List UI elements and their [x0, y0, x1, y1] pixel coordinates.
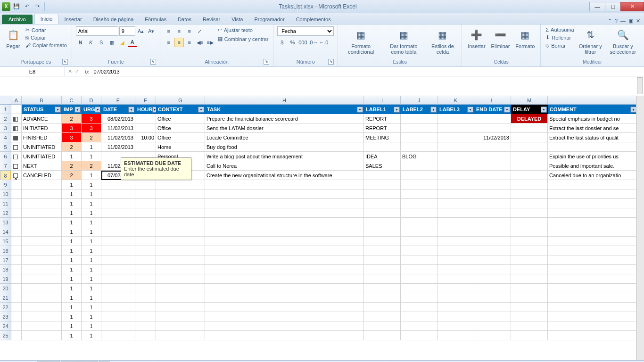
conditional-format-button[interactable]: ▦Formato condicional [342, 26, 380, 56]
row-header-20[interactable]: 20 [0, 284, 11, 293]
decimal-increase-button[interactable]: .0→ [308, 38, 318, 47]
col-header-G[interactable]: G [156, 96, 205, 105]
cell-styles-button[interactable]: ▦Estilos de celda [428, 26, 458, 56]
tab-vista[interactable]: Vista [226, 15, 248, 24]
col-header-E[interactable]: E [101, 96, 135, 105]
tab-insertar[interactable]: Insertar [58, 15, 87, 24]
table-header-imp[interactable]: IMP▼ [62, 105, 82, 114]
table-header-delay[interactable]: DELAY▼ [511, 105, 548, 114]
cut-button[interactable]: ✂Cortar [25, 26, 68, 33]
align-bottom-button[interactable]: ≡ [185, 26, 194, 36]
row-header-3[interactable]: 3 [0, 123, 11, 133]
shrink-font-button[interactable]: A▾ [147, 26, 156, 36]
row-header-9[interactable]: 9 [0, 180, 11, 189]
percent-button[interactable]: % [288, 38, 297, 47]
font-dialog-launcher[interactable]: ⬊ [150, 59, 156, 65]
copy-button[interactable]: ⎘Copiar [25, 34, 68, 41]
minimize-button[interactable]: — [589, 2, 605, 11]
align-left-button[interactable]: ≡ [164, 38, 173, 47]
table-header-end date[interactable]: END DATE▼ [474, 105, 511, 114]
bold-button[interactable]: N [76, 38, 85, 47]
comma-button[interactable]: 000 [298, 38, 307, 47]
row-header-25[interactable]: 25 [0, 331, 11, 340]
table-header-label2[interactable]: LABEL2▼ [401, 105, 438, 114]
redo-button[interactable]: ↷ [33, 2, 41, 11]
insert-button[interactable]: ➕Insertar [466, 26, 487, 50]
row-header-7[interactable]: 7 [0, 161, 11, 171]
table-header-comment[interactable]: COMMENT▼ [548, 105, 637, 114]
align-right-button[interactable]: ≡ [185, 38, 194, 47]
window-restore-icon[interactable]: ▣ [628, 18, 633, 24]
table-header-urg[interactable]: URG▼ [82, 105, 101, 114]
row-header-1[interactable]: 1 [0, 105, 11, 114]
align-center-button[interactable]: ≡ [174, 38, 184, 47]
fx-icon[interactable]: fx [82, 69, 92, 74]
table-header-label3[interactable]: LABEL3▼ [438, 105, 474, 114]
row-header-15[interactable]: 15 [0, 237, 11, 246]
clipboard-dialog-launcher[interactable]: ⬊ [62, 59, 68, 65]
font-size-input[interactable] [119, 26, 135, 36]
row-header-12[interactable]: 12 [0, 208, 11, 218]
col-header-H[interactable]: H [205, 96, 364, 105]
vertical-scrollbar[interactable] [636, 96, 644, 360]
row-header-22[interactable]: 22 [0, 303, 11, 312]
delete-button[interactable]: ➖Eliminar [489, 26, 512, 50]
col-header-F[interactable]: F [135, 96, 156, 105]
cancel-formula-icon[interactable]: ✕ [68, 68, 72, 74]
font-name-input[interactable] [76, 26, 118, 36]
alignment-dialog-launcher[interactable]: ⬊ [264, 59, 269, 65]
undo-button[interactable]: ↶ [23, 2, 31, 11]
border-button[interactable]: ▦ [107, 38, 116, 47]
indent-increase-button[interactable]: ≡▶ [206, 38, 215, 47]
col-header-J[interactable]: J [401, 96, 438, 105]
enter-formula-icon[interactable]: ✓ [75, 68, 79, 74]
tab-inicio[interactable]: Inicio [34, 14, 59, 24]
orientation-button[interactable]: ⤢ [195, 26, 205, 36]
window-min-icon[interactable]: — [620, 18, 626, 24]
table-header-status[interactable]: STATUS▼ [22, 105, 62, 114]
row-header-16[interactable]: 16 [0, 246, 11, 255]
align-top-button[interactable]: ≡ [164, 26, 173, 36]
underline-button[interactable]: S [97, 38, 106, 47]
row-header-5[interactable]: 5 [0, 142, 11, 152]
align-middle-button[interactable]: ≡ [174, 26, 184, 36]
tab-programador[interactable]: Programador [248, 15, 290, 24]
row-header-19[interactable]: 19 [0, 274, 11, 284]
row-header-23[interactable]: 23 [0, 312, 11, 321]
paste-button[interactable]: 📋 Pegar [4, 26, 23, 50]
row-header-2[interactable]: 2 [0, 114, 11, 123]
tab-revisar[interactable]: Revisar [197, 15, 226, 24]
col-header-D[interactable]: D [82, 96, 101, 105]
table-header-label1[interactable]: LABEL1▼ [364, 105, 401, 114]
save-button[interactable]: 💾 [12, 2, 21, 11]
tab-diseno[interactable]: Diseño de página [88, 15, 140, 24]
find-select-button[interactable]: 🔍Buscar y seleccionar [606, 26, 640, 56]
row-header-10[interactable]: 10 [0, 189, 11, 199]
sort-filter-button[interactable]: ⇅Ordenar y filtrar [577, 26, 604, 56]
col-header-C[interactable]: C [62, 96, 82, 105]
col-header-M[interactable]: M [511, 96, 548, 105]
col-header-L[interactable]: L [474, 96, 511, 105]
fill-color-button[interactable]: ◢ [117, 38, 127, 47]
format-table-button[interactable]: ▦Dar formato como tabla [382, 26, 426, 56]
format-button[interactable]: ▦Formato [513, 26, 537, 50]
row-header-13[interactable]: 13 [0, 218, 11, 227]
table-header-context[interactable]: CONTEXT▼ [156, 105, 205, 114]
minimize-ribbon-button[interactable]: ⌃ [608, 18, 612, 24]
decimal-decrease-button[interactable]: ←.0 [319, 38, 328, 47]
currency-button[interactable]: $ [277, 38, 287, 47]
row-header-18[interactable]: 18 [0, 265, 11, 274]
file-tab[interactable]: Archivo [2, 15, 33, 24]
row-header-17[interactable]: 17 [0, 255, 11, 265]
row-header-6[interactable]: 6 [0, 152, 11, 161]
help-button[interactable]: ? [615, 18, 618, 24]
row-header-24[interactable]: 24 [0, 321, 11, 331]
italic-button[interactable]: K [86, 38, 96, 47]
col-header-B[interactable]: B [22, 96, 62, 105]
table-header-hour[interactable]: HOUR▼ [135, 105, 156, 114]
font-color-button[interactable]: A [128, 38, 137, 47]
wrap-text-button[interactable]: ↩Ajustar texto [217, 26, 270, 33]
table-header-task[interactable]: TASK▼ [205, 105, 364, 114]
autosum-button[interactable]: ΣAutosuma [545, 26, 575, 33]
row-header-21[interactable]: 21 [0, 293, 11, 303]
